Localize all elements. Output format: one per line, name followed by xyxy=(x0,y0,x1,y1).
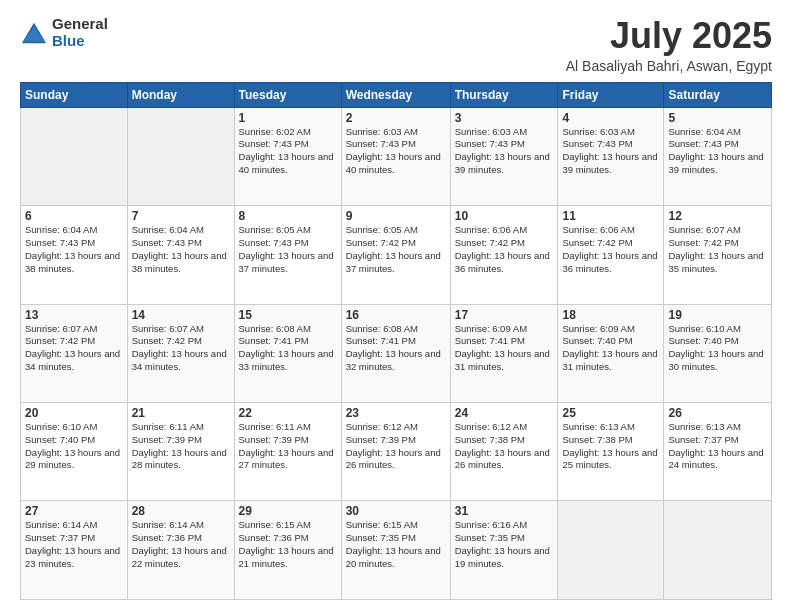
table-row: 27Sunrise: 6:14 AM Sunset: 7:37 PM Dayli… xyxy=(21,501,128,600)
month-title: July 2025 xyxy=(566,16,772,56)
day-number: 16 xyxy=(346,308,446,322)
header-thursday: Thursday xyxy=(450,82,558,107)
day-info: Sunrise: 6:09 AM Sunset: 7:40 PM Dayligh… xyxy=(562,323,659,374)
day-number: 15 xyxy=(239,308,337,322)
day-info: Sunrise: 6:03 AM Sunset: 7:43 PM Dayligh… xyxy=(562,126,659,177)
calendar-week-row: 1Sunrise: 6:02 AM Sunset: 7:43 PM Daylig… xyxy=(21,107,772,205)
day-info: Sunrise: 6:14 AM Sunset: 7:37 PM Dayligh… xyxy=(25,519,123,570)
day-info: Sunrise: 6:04 AM Sunset: 7:43 PM Dayligh… xyxy=(668,126,767,177)
table-row: 5Sunrise: 6:04 AM Sunset: 7:43 PM Daylig… xyxy=(664,107,772,205)
calendar-header-row: Sunday Monday Tuesday Wednesday Thursday… xyxy=(21,82,772,107)
table-row: 29Sunrise: 6:15 AM Sunset: 7:36 PM Dayli… xyxy=(234,501,341,600)
svg-marker-1 xyxy=(24,26,45,41)
day-number: 23 xyxy=(346,406,446,420)
day-number: 19 xyxy=(668,308,767,322)
page: General Blue July 2025 Al Basaliyah Bahr… xyxy=(0,0,792,612)
table-row: 1Sunrise: 6:02 AM Sunset: 7:43 PM Daylig… xyxy=(234,107,341,205)
day-info: Sunrise: 6:03 AM Sunset: 7:43 PM Dayligh… xyxy=(455,126,554,177)
header-sunday: Sunday xyxy=(21,82,128,107)
table-row: 7Sunrise: 6:04 AM Sunset: 7:43 PM Daylig… xyxy=(127,206,234,304)
day-info: Sunrise: 6:04 AM Sunset: 7:43 PM Dayligh… xyxy=(132,224,230,275)
table-row: 22Sunrise: 6:11 AM Sunset: 7:39 PM Dayli… xyxy=(234,403,341,501)
day-info: Sunrise: 6:08 AM Sunset: 7:41 PM Dayligh… xyxy=(239,323,337,374)
day-number: 22 xyxy=(239,406,337,420)
day-info: Sunrise: 6:12 AM Sunset: 7:38 PM Dayligh… xyxy=(455,421,554,472)
table-row: 18Sunrise: 6:09 AM Sunset: 7:40 PM Dayli… xyxy=(558,304,664,402)
header-saturday: Saturday xyxy=(664,82,772,107)
day-info: Sunrise: 6:07 AM Sunset: 7:42 PM Dayligh… xyxy=(668,224,767,275)
day-number: 26 xyxy=(668,406,767,420)
table-row: 4Sunrise: 6:03 AM Sunset: 7:43 PM Daylig… xyxy=(558,107,664,205)
day-number: 13 xyxy=(25,308,123,322)
day-number: 7 xyxy=(132,209,230,223)
table-row xyxy=(558,501,664,600)
day-info: Sunrise: 6:07 AM Sunset: 7:42 PM Dayligh… xyxy=(132,323,230,374)
day-number: 3 xyxy=(455,111,554,125)
table-row: 23Sunrise: 6:12 AM Sunset: 7:39 PM Dayli… xyxy=(341,403,450,501)
table-row: 25Sunrise: 6:13 AM Sunset: 7:38 PM Dayli… xyxy=(558,403,664,501)
table-row: 24Sunrise: 6:12 AM Sunset: 7:38 PM Dayli… xyxy=(450,403,558,501)
table-row: 17Sunrise: 6:09 AM Sunset: 7:41 PM Dayli… xyxy=(450,304,558,402)
day-number: 30 xyxy=(346,504,446,518)
title-block: July 2025 Al Basaliyah Bahri, Aswan, Egy… xyxy=(566,16,772,74)
table-row: 6Sunrise: 6:04 AM Sunset: 7:43 PM Daylig… xyxy=(21,206,128,304)
calendar-week-row: 27Sunrise: 6:14 AM Sunset: 7:37 PM Dayli… xyxy=(21,501,772,600)
day-number: 21 xyxy=(132,406,230,420)
table-row: 19Sunrise: 6:10 AM Sunset: 7:40 PM Dayli… xyxy=(664,304,772,402)
day-number: 2 xyxy=(346,111,446,125)
calendar-week-row: 6Sunrise: 6:04 AM Sunset: 7:43 PM Daylig… xyxy=(21,206,772,304)
day-info: Sunrise: 6:04 AM Sunset: 7:43 PM Dayligh… xyxy=(25,224,123,275)
day-number: 31 xyxy=(455,504,554,518)
table-row: 31Sunrise: 6:16 AM Sunset: 7:35 PM Dayli… xyxy=(450,501,558,600)
table-row: 30Sunrise: 6:15 AM Sunset: 7:35 PM Dayli… xyxy=(341,501,450,600)
table-row xyxy=(21,107,128,205)
calendar-table: Sunday Monday Tuesday Wednesday Thursday… xyxy=(20,82,772,600)
table-row: 11Sunrise: 6:06 AM Sunset: 7:42 PM Dayli… xyxy=(558,206,664,304)
table-row: 12Sunrise: 6:07 AM Sunset: 7:42 PM Dayli… xyxy=(664,206,772,304)
day-number: 29 xyxy=(239,504,337,518)
table-row: 15Sunrise: 6:08 AM Sunset: 7:41 PM Dayli… xyxy=(234,304,341,402)
location-title: Al Basaliyah Bahri, Aswan, Egypt xyxy=(566,58,772,74)
day-info: Sunrise: 6:06 AM Sunset: 7:42 PM Dayligh… xyxy=(455,224,554,275)
table-row: 21Sunrise: 6:11 AM Sunset: 7:39 PM Dayli… xyxy=(127,403,234,501)
header-monday: Monday xyxy=(127,82,234,107)
day-info: Sunrise: 6:08 AM Sunset: 7:41 PM Dayligh… xyxy=(346,323,446,374)
day-info: Sunrise: 6:16 AM Sunset: 7:35 PM Dayligh… xyxy=(455,519,554,570)
header: General Blue July 2025 Al Basaliyah Bahr… xyxy=(20,16,772,74)
day-info: Sunrise: 6:11 AM Sunset: 7:39 PM Dayligh… xyxy=(132,421,230,472)
day-number: 8 xyxy=(239,209,337,223)
logo-general-text: General xyxy=(52,16,108,33)
day-info: Sunrise: 6:09 AM Sunset: 7:41 PM Dayligh… xyxy=(455,323,554,374)
logo-blue-text: Blue xyxy=(52,33,108,50)
day-info: Sunrise: 6:10 AM Sunset: 7:40 PM Dayligh… xyxy=(668,323,767,374)
day-number: 20 xyxy=(25,406,123,420)
day-number: 4 xyxy=(562,111,659,125)
day-info: Sunrise: 6:10 AM Sunset: 7:40 PM Dayligh… xyxy=(25,421,123,472)
day-number: 1 xyxy=(239,111,337,125)
day-info: Sunrise: 6:07 AM Sunset: 7:42 PM Dayligh… xyxy=(25,323,123,374)
day-info: Sunrise: 6:05 AM Sunset: 7:43 PM Dayligh… xyxy=(239,224,337,275)
table-row: 10Sunrise: 6:06 AM Sunset: 7:42 PM Dayli… xyxy=(450,206,558,304)
day-number: 28 xyxy=(132,504,230,518)
table-row xyxy=(664,501,772,600)
header-tuesday: Tuesday xyxy=(234,82,341,107)
table-row: 26Sunrise: 6:13 AM Sunset: 7:37 PM Dayli… xyxy=(664,403,772,501)
day-number: 14 xyxy=(132,308,230,322)
day-info: Sunrise: 6:13 AM Sunset: 7:37 PM Dayligh… xyxy=(668,421,767,472)
table-row: 13Sunrise: 6:07 AM Sunset: 7:42 PM Dayli… xyxy=(21,304,128,402)
day-info: Sunrise: 6:14 AM Sunset: 7:36 PM Dayligh… xyxy=(132,519,230,570)
day-number: 18 xyxy=(562,308,659,322)
day-info: Sunrise: 6:06 AM Sunset: 7:42 PM Dayligh… xyxy=(562,224,659,275)
day-number: 9 xyxy=(346,209,446,223)
day-number: 24 xyxy=(455,406,554,420)
header-wednesday: Wednesday xyxy=(341,82,450,107)
logo-text: General Blue xyxy=(52,16,108,49)
day-info: Sunrise: 6:03 AM Sunset: 7:43 PM Dayligh… xyxy=(346,126,446,177)
table-row: 8Sunrise: 6:05 AM Sunset: 7:43 PM Daylig… xyxy=(234,206,341,304)
day-info: Sunrise: 6:11 AM Sunset: 7:39 PM Dayligh… xyxy=(239,421,337,472)
day-info: Sunrise: 6:13 AM Sunset: 7:38 PM Dayligh… xyxy=(562,421,659,472)
day-number: 25 xyxy=(562,406,659,420)
day-info: Sunrise: 6:02 AM Sunset: 7:43 PM Dayligh… xyxy=(239,126,337,177)
header-friday: Friday xyxy=(558,82,664,107)
day-number: 17 xyxy=(455,308,554,322)
